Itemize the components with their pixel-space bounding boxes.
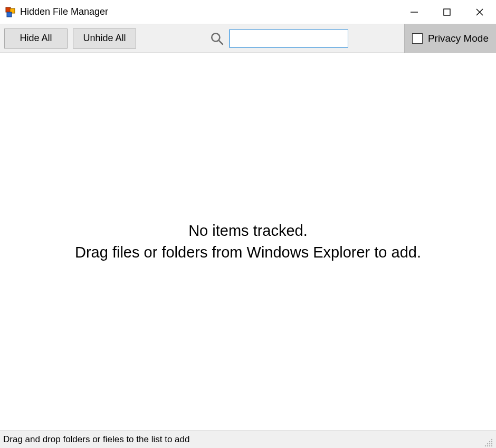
privacy-mode-toggle[interactable]: Privacy Mode bbox=[404, 24, 496, 53]
maximize-button[interactable] bbox=[431, 0, 463, 24]
svg-line-8 bbox=[218, 40, 223, 44]
svg-point-15 bbox=[485, 445, 486, 446]
app-window: Hidden File Manager Hide All Unh bbox=[0, 0, 496, 448]
svg-point-10 bbox=[489, 441, 490, 442]
status-bar: Drag and drop folders or fieles to the l… bbox=[0, 430, 496, 448]
status-text: Drag and drop folders or fieles to the l… bbox=[3, 434, 483, 445]
unhide-all-button[interactable]: Unhide All bbox=[73, 28, 136, 49]
svg-point-17 bbox=[489, 445, 490, 446]
empty-state-line2: Drag files or folders from Windows Explo… bbox=[75, 242, 421, 263]
svg-point-16 bbox=[487, 445, 488, 446]
search-input[interactable] bbox=[229, 30, 348, 47]
svg-point-14 bbox=[491, 443, 492, 444]
empty-state-line1: No items tracked. bbox=[188, 220, 308, 242]
svg-rect-4 bbox=[444, 9, 450, 15]
svg-point-18 bbox=[491, 445, 492, 446]
app-icon bbox=[5, 7, 16, 17]
privacy-mode-checkbox[interactable] bbox=[412, 33, 423, 44]
resize-grip-icon[interactable] bbox=[483, 437, 493, 447]
minimize-button[interactable] bbox=[398, 0, 431, 24]
minimize-icon bbox=[410, 8, 418, 16]
svg-point-9 bbox=[491, 439, 492, 440]
close-icon bbox=[475, 8, 484, 16]
svg-rect-2 bbox=[7, 12, 12, 17]
close-button[interactable] bbox=[463, 0, 496, 24]
svg-point-12 bbox=[487, 443, 488, 444]
drop-zone[interactable]: No items tracked. Drag files or folders … bbox=[0, 53, 496, 430]
privacy-mode-label: Privacy Mode bbox=[428, 33, 489, 44]
svg-point-13 bbox=[489, 443, 490, 444]
hide-all-button[interactable]: Hide All bbox=[4, 28, 68, 49]
window-title: Hidden File Manager bbox=[20, 6, 398, 17]
titlebar: Hidden File Manager bbox=[0, 0, 496, 24]
svg-point-11 bbox=[491, 441, 492, 442]
search-icon bbox=[210, 32, 224, 45]
maximize-icon bbox=[443, 8, 451, 16]
window-controls bbox=[398, 0, 496, 24]
toolbar: Hide All Unhide All Privacy Mode bbox=[0, 24, 496, 53]
